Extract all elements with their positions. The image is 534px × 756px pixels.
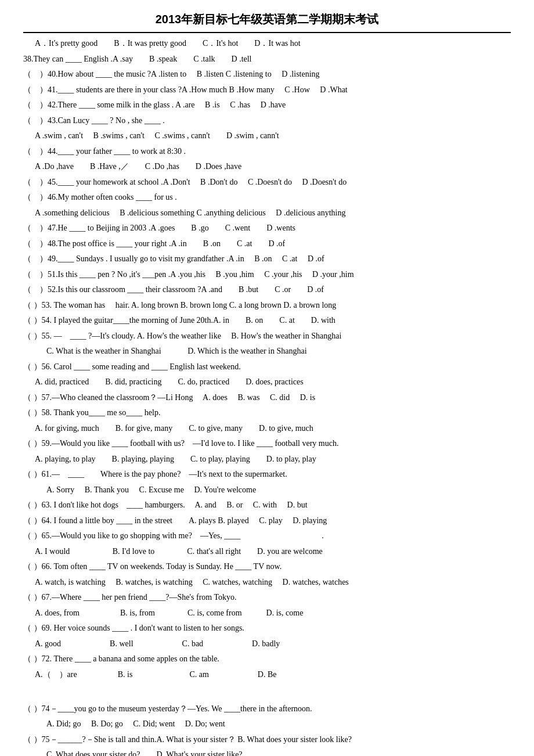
exam-line-20: C. What is the weather in Shanghai D. Wh… <box>23 344 511 359</box>
exam-line-42 <box>23 683 511 697</box>
exam-line-34: （ ）66. Tom often ____ TV on weekends. To… <box>23 560 511 574</box>
exam-line-16: （ ）52.Is this our classroom ____ their c… <box>23 283 511 297</box>
exam-line-26: （ ）59.—Would you like ____ football with… <box>23 437 511 451</box>
exam-line-14: （ ）49.____ Sundays . I usually go to vis… <box>23 252 511 267</box>
exam-line-1: 38.They can ____ English .A .say B .spea… <box>23 52 511 67</box>
exam-line-24: （ ）58. Thank you____ me so____ help. <box>23 406 511 420</box>
exam-line-17: （ ）53. The woman has hair. A. long brown… <box>23 298 511 313</box>
exam-line-25: A. for giving, much B. for give, many C.… <box>23 422 511 436</box>
exam-line-40: （ ）72. There ____ a banana and some appl… <box>23 652 511 667</box>
exam-line-8: A .Do ,have B .Have ,／ C .Do ,has D .Doe… <box>23 160 511 174</box>
exam-line-36: （ ）67.—Where ____ her pen friend ____?—S… <box>23 591 511 605</box>
exam-line-9: （ ）45.____ your homework at school .A .D… <box>23 175 511 190</box>
exam-line-35: A. watch, is watching B. watches, is wat… <box>23 575 511 590</box>
exam-line-33: A. I would B. I'd love to C. that's all … <box>23 545 511 559</box>
exam-line-7: （ ）44.____ your father ____ to work at 8… <box>23 145 511 159</box>
exam-line-10: （ ）46.My mother often cooks ____ for us … <box>23 190 511 205</box>
exam-line-4: （ ）42.There ____ some milk in the glass … <box>23 98 511 113</box>
exam-line-15: （ ）51.Is this ____ pen ? No ,it's ___pen… <box>23 268 511 282</box>
exam-line-44: A. Did; go B. Do; go C. Did; went D. Do;… <box>23 717 511 732</box>
exam-line-21: （ ）56. Carol ____ some reading and ____ … <box>23 360 511 375</box>
exam-line-11: A .something delicious B .delicious some… <box>23 206 511 221</box>
exam-content: A．It's pretty good B．It was pretty good … <box>23 37 511 756</box>
exam-line-6: A .swim , can't B .swims , can't C .swim… <box>23 129 511 143</box>
exam-line-28: （ ）61.— ____ Where is the pay phone? —It… <box>23 467 511 482</box>
exam-line-32: （ ）65.—Would you like to go shopping wit… <box>23 529 511 543</box>
exam-line-13: （ ）48.The post office is ____ your right… <box>23 237 511 251</box>
exam-line-43: （ ）74－____you go to the museum yesterday… <box>23 702 511 717</box>
exam-line-39: A. good B. well C. bad D. badly <box>23 637 511 651</box>
exam-line-27: A. playing, to play B. playing, playing … <box>23 452 511 467</box>
exam-line-18: （ ）54. I played the guitar____the mornin… <box>23 314 511 328</box>
exam-line-31: （ ）64. I found a little boy ____ in the … <box>23 514 511 528</box>
exam-line-30: （ ）63. I don't like hot dogs ____ hambur… <box>23 498 511 513</box>
exam-line-38: （ ）69. Her voice sounds ____ . I don't w… <box>23 621 511 636</box>
exam-line-46: C. What does your sister do? D. What's y… <box>23 748 511 756</box>
exam-line-2: （ ）40.How about ____ the music ?A .liste… <box>23 67 511 82</box>
exam-line-22: A. did, practiced B. did, practicing C. … <box>23 375 511 390</box>
exam-line-19: （ ）55. — ____ ?—It's cloudy. A. How's th… <box>23 329 511 344</box>
exam-line-23: （ ）57.—Who cleaned the classroom？—Li Hon… <box>23 391 511 405</box>
exam-line-29: A. Sorry B. Thank you C. Excuse me D. Yo… <box>23 483 511 498</box>
exam-line-37: A. does, from B. is, from C. is, come fr… <box>23 606 511 621</box>
exam-line-0: A．It's pretty good B．It was pretty good … <box>23 37 511 51</box>
exam-line-45: （ ）75－______?－She is tall and thin.A. Wh… <box>23 733 511 747</box>
divider <box>23 32 511 33</box>
exam-line-41: A.（ ）are B. is C. am D. Be <box>23 668 511 682</box>
exam-line-5: （ ）43.Can Lucy ____ ? No , she ____ . <box>23 114 511 128</box>
exam-line-12: （ ）47.He ____ to Beijing in 2003 .A .goe… <box>23 221 511 236</box>
page-title: 2013年新目标七年级英语第二学期期末考试 <box>23 12 511 27</box>
exam-line-3: （ ）41.____ students are there in your cl… <box>23 83 511 98</box>
